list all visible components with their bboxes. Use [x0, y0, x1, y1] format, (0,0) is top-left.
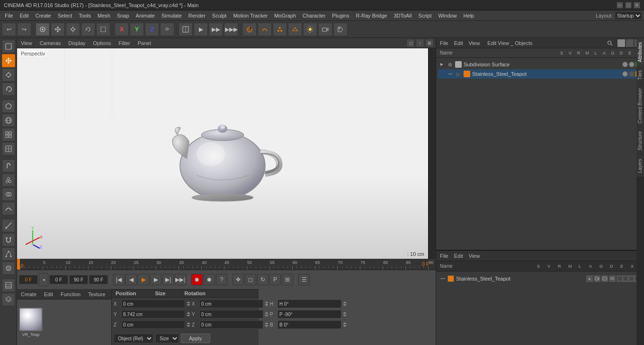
- tl-schematic-button[interactable]: ⊞: [282, 274, 293, 285]
- viewport-menu-display[interactable]: Display: [66, 39, 87, 47]
- model-mode-button[interactable]: [36, 23, 50, 36]
- mat-menu-edit[interactable]: Edit: [42, 291, 55, 298]
- tl-play-button[interactable]: ▶: [138, 274, 149, 285]
- viewport-menu-filter[interactable]: Filter: [116, 39, 132, 47]
- coord-input-sx[interactable]: [199, 300, 263, 308]
- x-axis-button[interactable]: X: [115, 23, 129, 36]
- teapot-ctrl-dot-1[interactable]: [622, 71, 628, 77]
- tl-go-end2-button[interactable]: ▶▶|: [175, 274, 186, 285]
- coord-stepper-ry[interactable]: [342, 311, 347, 318]
- sidebar-move-button[interactable]: [2, 54, 15, 67]
- mgr-menu-view[interactable]: View: [467, 252, 482, 260]
- mgr-layer-icon[interactable]: [609, 275, 616, 282]
- subdiv-ctrl-dot-1[interactable]: [622, 62, 628, 67]
- tree-item-subdivision[interactable]: ⚙ Subdivision Surface ✓: [438, 60, 642, 69]
- coord-input-py[interactable]: [121, 310, 185, 318]
- obj-menu-file[interactable]: File: [438, 39, 450, 47]
- menu-vray-bridge[interactable]: R-Ray Bridge: [353, 12, 390, 19]
- coord-input-rx[interactable]: [277, 300, 341, 308]
- tl-record2-button[interactable]: ⏺: [204, 274, 215, 285]
- tl-go-start-button[interactable]: |◀: [113, 274, 125, 285]
- menu-motion-tracker[interactable]: Motion Tracker: [230, 12, 270, 19]
- material-item[interactable]: VR_Teap: [19, 308, 43, 337]
- coord-input-pz[interactable]: [121, 320, 185, 329]
- tl-prev-frame-button[interactable]: ◀: [125, 274, 137, 285]
- subdiv-ctrl-dot-2[interactable]: [629, 62, 635, 67]
- sidebar-model-button[interactable]: [2, 40, 15, 53]
- viewport-menu-options[interactable]: Options: [91, 39, 113, 47]
- rotate-tool-button[interactable]: [81, 23, 95, 36]
- light-button[interactable]: [303, 23, 317, 36]
- obj-menu-view[interactable]: View: [467, 39, 482, 47]
- mat-menu-create[interactable]: Create: [19, 291, 38, 298]
- obj-menu-edit[interactable]: Edit: [452, 39, 465, 47]
- tree-item-teapot[interactable]: ▷ Stainless_Steel_Teapot: [438, 69, 642, 79]
- viewport-option-1[interactable]: ◻: [406, 39, 415, 47]
- menu-create[interactable]: Create: [33, 12, 54, 19]
- menu-animate[interactable]: Animate: [133, 12, 158, 19]
- mgr-dot-icon[interactable]: ●: [586, 275, 593, 282]
- tab-tiles[interactable]: Tiles: [636, 66, 644, 84]
- viewport-play-button[interactable]: ▶: [194, 23, 208, 36]
- coord-stepper-sz[interactable]: [264, 321, 269, 328]
- mat-menu-texture[interactable]: Texture: [86, 291, 107, 298]
- start-frame-input[interactable]: [49, 275, 68, 284]
- move-tool-button[interactable]: [51, 23, 65, 36]
- sidebar-spline-button[interactable]: [2, 247, 15, 261]
- tl-arrow-left[interactable]: ◂: [39, 273, 48, 286]
- viewport-layout-button[interactable]: [179, 23, 193, 36]
- tab-attributes[interactable]: Attributes: [636, 38, 644, 66]
- coord-stepper-rx[interactable]: [342, 300, 347, 307]
- layout-select[interactable]: Startup: [615, 11, 642, 20]
- tl-next-frame-button[interactable]: ▶: [150, 274, 161, 285]
- maximize-button[interactable]: □: [625, 2, 632, 9]
- viewport-option-2[interactable]: ↕: [416, 39, 424, 47]
- mgr-menu-edit[interactable]: Edit: [452, 252, 465, 260]
- tl-go-end-button[interactable]: ▶|: [162, 274, 174, 285]
- mgr-tag-icon[interactable]: [601, 275, 608, 282]
- menu-window[interactable]: Window: [435, 12, 459, 19]
- coord-system-select[interactable]: Object (Rel): [114, 334, 153, 343]
- end-frame-input[interactable]: [69, 275, 88, 284]
- tl-auto-key-button[interactable]: ↻: [257, 274, 268, 285]
- menu-plugins[interactable]: Plugins: [329, 12, 352, 19]
- sidebar-grid-button[interactable]: [2, 142, 15, 155]
- coord-input-sy[interactable]: [199, 310, 263, 318]
- size-mode-select[interactable]: Size: [155, 334, 179, 343]
- coord-input-px[interactable]: [121, 300, 185, 308]
- tab-content-browser[interactable]: Content Browser: [636, 84, 644, 127]
- obj-list-btn[interactable]: [626, 39, 634, 47]
- viewport-playback2[interactable]: ▶▶: [209, 23, 223, 36]
- object-cube-button[interactable]: [242, 23, 257, 36]
- apply-button[interactable]: Apply: [181, 334, 210, 343]
- mgr-menu-file[interactable]: File: [438, 252, 450, 260]
- menu-3dtoall[interactable]: 3DToAll: [391, 12, 414, 19]
- viewport-playall[interactable]: ▶▶▶: [224, 23, 238, 36]
- sidebar-subdivide-button[interactable]: [2, 128, 15, 141]
- mat-menu-function[interactable]: Function: [59, 291, 82, 298]
- sidebar-rotate-button[interactable]: [2, 82, 15, 96]
- mograph-button[interactable]: [273, 23, 287, 36]
- sidebar-layer2-button[interactable]: [2, 293, 15, 306]
- coord-stepper-px[interactable]: [186, 300, 191, 307]
- tl-motion-button[interactable]: ✥: [233, 274, 244, 285]
- menu-simulate[interactable]: Simulate: [159, 12, 185, 19]
- menu-mograph[interactable]: MoGraph: [271, 12, 299, 19]
- viewport-menu-cameras[interactable]: Cameras: [38, 39, 63, 47]
- tl-key-button[interactable]: ◻: [245, 274, 256, 285]
- tab-structure[interactable]: Structure: [636, 127, 644, 154]
- deformer-button[interactable]: [288, 23, 302, 36]
- menu-edit[interactable]: Edit: [17, 12, 32, 19]
- menu-tools[interactable]: Tools: [76, 12, 94, 19]
- undo-button[interactable]: ↩: [2, 23, 16, 36]
- viewport-menu-view[interactable]: View: [19, 39, 34, 47]
- scale-tool-button[interactable]: [66, 23, 80, 36]
- menu-help[interactable]: Help: [461, 12, 477, 19]
- tab-layers[interactable]: Layers: [636, 154, 644, 177]
- coord-stepper-pz[interactable]: [186, 321, 191, 328]
- tl-timeline-toggle[interactable]: ☰: [298, 274, 310, 285]
- menu-select[interactable]: Select: [55, 12, 75, 19]
- viewport-menu-panel[interactable]: Panel: [136, 39, 153, 47]
- sidebar-layer1-button[interactable]: [2, 279, 15, 292]
- tl-help-button[interactable]: ?: [216, 274, 227, 285]
